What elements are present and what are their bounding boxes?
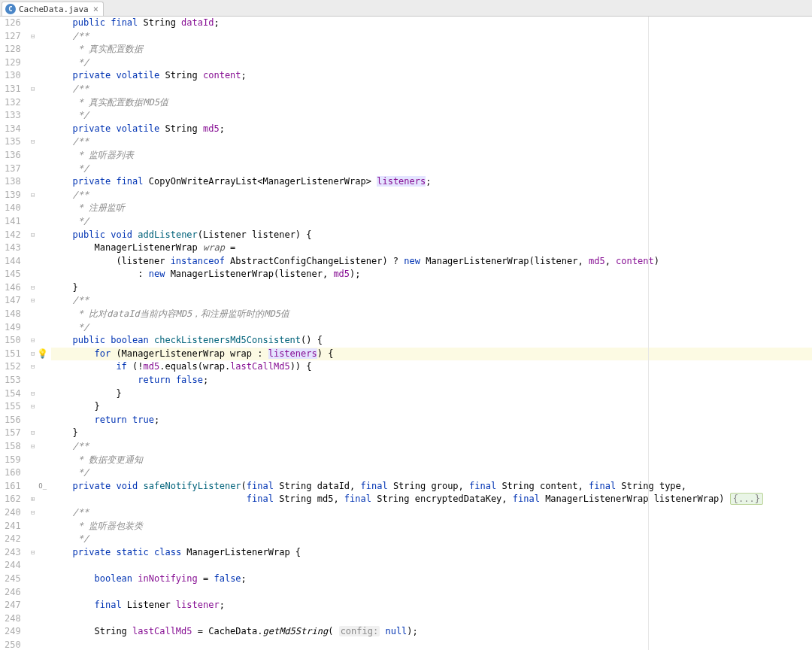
line-number[interactable]: 249 <box>5 625 21 639</box>
line-number[interactable]: 148 <box>5 308 21 321</box>
code-line[interactable]: } <box>51 281 812 295</box>
code-line[interactable] <box>51 639 812 650</box>
line-number[interactable]: 127 <box>5 30 21 44</box>
code-line[interactable]: /** <box>51 189 812 202</box>
code-line[interactable]: /** <box>51 135 812 149</box>
code-line[interactable]: /** <box>51 83 812 96</box>
code-line[interactable]: */ <box>51 466 812 480</box>
fold-toggle-icon[interactable]: ⊟ <box>29 334 38 348</box>
line-number[interactable]: 241 <box>5 520 21 533</box>
line-number[interactable]: 242 <box>5 533 21 546</box>
line-number[interactable]: 248 <box>5 612 21 626</box>
fold-toggle-icon[interactable]: ⊟ <box>29 400 38 414</box>
code-line[interactable]: for (ManagerListenerWrap wrap : listener… <box>51 348 812 361</box>
line-number[interactable]: 152 <box>5 360 21 374</box>
line-number[interactable]: 143 <box>5 241 21 255</box>
line-number[interactable]: 243 <box>5 546 21 560</box>
code-line[interactable]: /** <box>51 440 812 454</box>
code-line[interactable]: (listener instanceof AbstractConfigChang… <box>51 255 812 269</box>
code-line[interactable]: * 数据变更通知 <box>51 454 812 467</box>
line-number[interactable]: 145 <box>5 268 21 281</box>
code-line[interactable]: */ <box>51 321 812 335</box>
line-number[interactable]: 133 <box>5 109 21 123</box>
line-number[interactable]: 154 <box>5 387 21 401</box>
code-line[interactable]: */ <box>51 162 812 176</box>
code-line[interactable]: */ <box>51 109 812 123</box>
code-line[interactable]: if (!md5.equals(wrap.lastCallMd5)) { <box>51 360 812 374</box>
line-number[interactable]: 150 <box>5 334 21 348</box>
line-number[interactable]: 132 <box>5 96 21 110</box>
code-line[interactable]: } <box>51 427 812 440</box>
fold-toggle-icon[interactable]: ⊟ <box>29 83 38 96</box>
line-number[interactable]: 246 <box>5 586 21 600</box>
code-line[interactable]: : new ManagerListenerWrap(listener, md5)… <box>51 268 812 281</box>
code-line[interactable]: * 真实配置数据 <box>51 43 812 56</box>
code-line[interactable]: private final CopyOnWriteArrayList<Manag… <box>51 175 812 189</box>
line-number[interactable]: 131 <box>5 83 21 96</box>
code-line[interactable]: * 比对dataId当前内容MD5，和注册监听时的MD5值 <box>51 308 812 321</box>
code-line[interactable]: } <box>51 400 812 414</box>
line-number[interactable]: 159 <box>5 454 21 467</box>
line-number[interactable]: 134 <box>5 123 21 136</box>
line-number[interactable]: 155 <box>5 400 21 414</box>
code-line[interactable]: return false; <box>51 374 812 387</box>
code-line[interactable]: */ <box>51 56 812 70</box>
code-line[interactable]: * 监听器包装类 <box>51 520 812 533</box>
editor-area[interactable]: 1261271281291301311321331341351361371381… <box>0 17 812 650</box>
fold-toggle-icon[interactable]: ⊟ <box>29 387 38 401</box>
line-number[interactable]: 247 <box>5 599 21 612</box>
line-number[interactable]: 162 <box>5 493 21 506</box>
line-number[interactable]: 142 <box>5 229 21 242</box>
fold-toggle-icon[interactable]: ⊟ <box>29 281 38 295</box>
line-number[interactable]: 129 <box>5 56 21 70</box>
line-number[interactable]: 250 <box>5 639 21 650</box>
fold-toggle-icon[interactable]: ⊟ <box>29 506 38 520</box>
fold-toggle-icon[interactable]: ⊟ <box>29 360 38 374</box>
code-line[interactable]: public boolean checkListenersMd5Consiste… <box>51 334 812 348</box>
close-icon[interactable]: × <box>93 4 98 14</box>
code-line[interactable] <box>51 586 812 600</box>
marker-column[interactable]: 💡O̲ <box>38 17 48 650</box>
code-line[interactable]: public void addListener(Listener listene… <box>51 229 812 242</box>
line-number[interactable]: 156 <box>5 414 21 427</box>
code-line[interactable]: /** <box>51 30 812 44</box>
line-number[interactable]: 245 <box>5 573 21 586</box>
code-line[interactable] <box>51 559 812 573</box>
code-line[interactable]: * 真实配置数据MD5值 <box>51 96 812 110</box>
line-number[interactable]: 137 <box>5 162 21 176</box>
code-line[interactable]: */ <box>51 215 812 229</box>
code-line[interactable]: /** <box>51 294 812 308</box>
code-line[interactable]: boolean inNotifying = false; <box>51 573 812 586</box>
code-line[interactable]: private void safeNotifyListener(final St… <box>51 480 812 494</box>
line-number[interactable]: 157 <box>5 427 21 440</box>
line-number[interactable]: 147 <box>5 294 21 308</box>
line-number[interactable]: 141 <box>5 215 21 229</box>
fold-toggle-icon[interactable]: ⊞ <box>29 493 38 506</box>
line-number[interactable]: 240 <box>5 506 21 520</box>
intention-bulb-icon[interactable]: 💡 <box>37 348 48 361</box>
line-number[interactable]: 126 <box>5 17 21 30</box>
line-number-gutter[interactable]: 1261271281291301311321331341351361371381… <box>0 17 29 650</box>
code-content[interactable]: public final String dataId; /** * 真实配置数据… <box>48 17 812 650</box>
code-line[interactable]: * 监听器列表 <box>51 149 812 162</box>
fold-toggle-icon[interactable]: ⊟ <box>29 348 38 361</box>
code-line[interactable] <box>51 612 812 626</box>
fold-toggle-icon[interactable]: ⊟ <box>29 30 38 44</box>
code-line[interactable]: /** <box>51 506 812 520</box>
line-number[interactable]: 136 <box>5 149 21 162</box>
code-line[interactable]: final String md5, final String encrypted… <box>51 493 812 506</box>
line-number[interactable]: 146 <box>5 281 21 295</box>
line-number[interactable]: 151 <box>5 348 21 361</box>
line-number[interactable]: 158 <box>5 440 21 454</box>
fold-toggle-icon[interactable]: ⊟ <box>29 229 38 242</box>
fold-column[interactable]: ⊟⊟⊟⊟⊟⊟⊟⊟⊟⊟⊟⊟⊟⊟⊞⊟⊟ <box>29 17 38 650</box>
line-number[interactable]: 161 <box>5 480 21 494</box>
code-line[interactable]: private volatile String content; <box>51 69 812 83</box>
fold-toggle-icon[interactable]: ⊟ <box>29 440 38 454</box>
fold-toggle-icon[interactable]: ⊟ <box>29 294 38 308</box>
code-line[interactable]: */ <box>51 533 812 546</box>
override-gutter-icon[interactable]: O̲ <box>38 480 47 494</box>
line-number[interactable]: 139 <box>5 189 21 202</box>
code-line[interactable]: public final String dataId; <box>51 17 812 30</box>
line-number[interactable]: 149 <box>5 321 21 335</box>
